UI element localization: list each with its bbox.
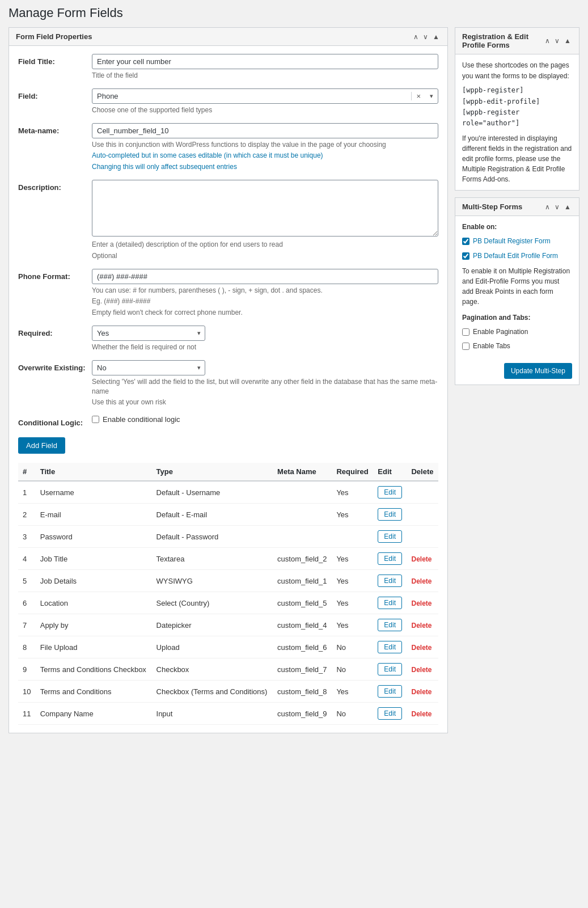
description-hint2: Optional xyxy=(92,251,438,261)
panel-up-icon[interactable]: ∧ xyxy=(412,33,420,41)
multistep-note: To enable it on Multiple Registration an… xyxy=(462,266,572,307)
row-meta-name xyxy=(273,526,332,548)
required-content: Yes No Whether the field is required or … xyxy=(92,326,438,352)
conditional-logic-checkbox[interactable] xyxy=(92,416,99,423)
register-form-checkbox[interactable] xyxy=(462,238,469,245)
conditional-logic-label: Conditional Logic: xyxy=(18,415,92,427)
edit-button[interactable]: Edit xyxy=(378,575,402,587)
row-delete-cell: Delete xyxy=(407,548,438,570)
enable-pagination-row: Enable Pagination xyxy=(462,327,572,337)
row-title: E-mail xyxy=(36,504,152,526)
row-title: Terms and Conditions xyxy=(36,681,152,703)
row-type: Default - Password xyxy=(152,526,273,548)
description-row: Description: Enter a (detailed) descript… xyxy=(18,180,438,261)
reg-expand-icon[interactable]: ▲ xyxy=(563,37,572,45)
row-required: Yes xyxy=(332,592,373,614)
field-type-clear-btn[interactable]: × xyxy=(411,92,425,100)
description-label: Description: xyxy=(18,180,92,192)
overwrite-existing-hint1: Selecting 'Yes' will add the field to th… xyxy=(92,377,438,396)
overwrite-existing-select-wrapper: No Yes xyxy=(92,360,205,375)
table-row: 7Apply byDatepickercustom_field_4YesEdit… xyxy=(18,614,438,636)
delete-button[interactable]: Delete xyxy=(411,577,432,585)
edit-button[interactable]: Edit xyxy=(378,619,402,631)
reg-up-icon[interactable]: ∧ xyxy=(544,37,551,45)
row-delete-cell: Delete xyxy=(407,703,438,725)
delete-button[interactable]: Delete xyxy=(411,644,432,652)
row-meta-name xyxy=(273,481,332,504)
meta-name-row: Meta-name: Use this in conjunction with … xyxy=(18,123,438,172)
overwrite-existing-label: Overwrite Existing: xyxy=(18,360,92,372)
enable-pagination-checkbox[interactable] xyxy=(462,328,469,336)
row-delete-cell xyxy=(407,526,438,548)
row-meta-name xyxy=(273,504,332,526)
row-meta-name: custom_field_6 xyxy=(273,636,332,658)
phone-format-hint1: You can use: # for numbers, parentheses … xyxy=(92,286,438,295)
edit-profile-checkbox[interactable] xyxy=(462,252,469,260)
shortcode-1: [wppb-register] xyxy=(462,85,572,96)
table-row: 10Terms and ConditionsCheckbox (Terms an… xyxy=(18,681,438,703)
field-title-input[interactable] xyxy=(92,54,438,69)
meta-name-hint1: Use this in conjunction with WordPress f… xyxy=(92,140,438,150)
phone-format-label: Phone Format: xyxy=(18,269,92,281)
edit-button[interactable]: Edit xyxy=(378,552,402,565)
multistep-down-icon[interactable]: ∨ xyxy=(553,203,561,211)
delete-button[interactable]: Delete xyxy=(411,599,432,607)
edit-button[interactable]: Edit xyxy=(378,530,402,543)
field-type-select[interactable]: Phone Input Textarea Select Checkbox xyxy=(92,89,411,103)
row-delete-cell: Delete xyxy=(407,658,438,681)
col-title: Title xyxy=(36,463,152,481)
description-textarea[interactable] xyxy=(92,180,438,236)
panel-expand-icon[interactable]: ▲ xyxy=(432,33,441,41)
page-title: Manage Form Fields xyxy=(9,6,579,20)
panel-down-icon[interactable]: ∨ xyxy=(422,33,429,41)
multistep-panel: Multi-Step Forms ∧ ∨ ▲ Enable on: PB Def… xyxy=(455,197,579,385)
row-type: Textarea xyxy=(152,548,273,570)
row-edit-cell: Edit xyxy=(373,481,407,504)
delete-button[interactable]: Delete xyxy=(411,555,432,563)
reg-down-icon[interactable]: ∨ xyxy=(553,37,561,45)
update-multistep-wrapper: Update Multi-Step xyxy=(462,357,572,379)
row-edit-cell: Edit xyxy=(373,548,407,570)
required-select[interactable]: Yes No xyxy=(92,326,205,341)
delete-button[interactable]: Delete xyxy=(411,622,432,630)
registration-panel: Registration & Edit Profile Forms ∧ ∨ ▲ … xyxy=(455,27,579,191)
phone-format-input[interactable] xyxy=(92,269,438,284)
edit-button[interactable]: Edit xyxy=(378,486,402,499)
row-title: Job Title xyxy=(36,548,152,570)
enable-tabs-row: Enable Tabs xyxy=(462,341,572,352)
edit-button[interactable]: Edit xyxy=(378,685,402,698)
multistep-expand-icon[interactable]: ▲ xyxy=(563,203,572,211)
edit-button[interactable]: Edit xyxy=(378,641,402,653)
conditional-logic-checkbox-label: Enable conditional logic xyxy=(103,415,180,424)
register-form-checkbox-row: PB Default Register Form xyxy=(462,236,572,247)
delete-button[interactable]: Delete xyxy=(411,666,432,674)
col-num: # xyxy=(18,463,36,481)
delete-button[interactable]: Delete xyxy=(411,710,432,718)
row-delete-cell: Delete xyxy=(407,570,438,592)
multistep-up-icon[interactable]: ∧ xyxy=(544,203,551,211)
add-field-button[interactable]: Add Field xyxy=(18,437,65,454)
delete-button[interactable]: Delete xyxy=(411,688,432,696)
edit-button[interactable]: Edit xyxy=(378,663,402,675)
edit-button[interactable]: Edit xyxy=(378,707,402,720)
edit-button[interactable]: Edit xyxy=(378,597,402,609)
overwrite-existing-select[interactable]: No Yes xyxy=(92,360,205,375)
edit-button[interactable]: Edit xyxy=(378,508,402,521)
registration-body-text: Use these shortcodes on the pages you wa… xyxy=(462,60,572,82)
meta-name-input[interactable] xyxy=(92,123,438,138)
required-label: Required: xyxy=(18,326,92,337)
field-title-row: Field Title: Title of the field xyxy=(18,54,438,81)
row-title: Job Details xyxy=(36,570,152,592)
conditional-logic-content: Enable conditional logic xyxy=(92,415,438,424)
row-title: Location xyxy=(36,592,152,614)
row-title: File Upload xyxy=(36,636,152,658)
right-column: Registration & Edit Profile Forms ∧ ∨ ▲ … xyxy=(455,27,579,392)
enable-tabs-checkbox[interactable] xyxy=(462,343,469,350)
row-type: WYSIWYG xyxy=(152,570,273,592)
row-required: Yes xyxy=(332,504,373,526)
row-type: Upload xyxy=(152,636,273,658)
field-type-row: Field: Phone Input Textarea Select Check… xyxy=(18,88,438,115)
update-multistep-button[interactable]: Update Multi-Step xyxy=(504,363,572,379)
overwrite-existing-row: Overwrite Existing: No Yes Selecting 'Ye… xyxy=(18,360,438,407)
meta-name-hint3: Changing this will only affect subsequen… xyxy=(92,162,438,172)
